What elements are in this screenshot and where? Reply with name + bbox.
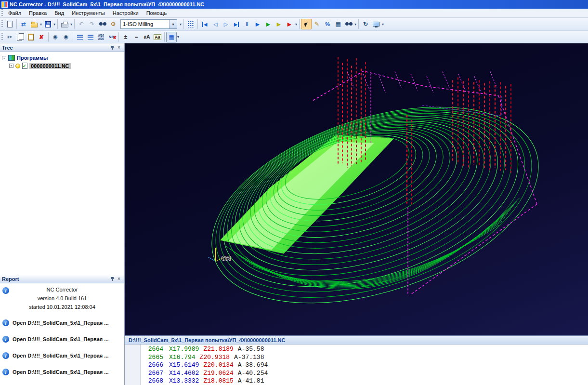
code-line[interactable]: 2668 X13.3332 Z18.0815 A-41.81 xyxy=(141,377,588,385)
report-body: i NC Corrector version 4.0 Build 161 sta… xyxy=(0,283,124,385)
report-entry[interactable]: i Open D:\!!!_SolidCam_5x\1_Первая ... xyxy=(2,352,108,359)
remove-numbers-button[interactable]: N10 ✘ xyxy=(106,32,117,42)
save-file-button[interactable] xyxy=(42,19,53,29)
combo-options-icon[interactable]: ▾ xyxy=(180,22,182,27)
info-icon: i xyxy=(2,319,9,326)
menu-item-edit[interactable]: Правка xyxy=(25,9,51,17)
code-editor[interactable]: 2664 X17.9989 Z21.8189 A-35.58 2665 X16.… xyxy=(125,345,588,385)
redo-button[interactable]: ↷ xyxy=(87,19,97,29)
menu-item-settings[interactable]: Настройки xyxy=(109,9,143,17)
rotate-view-button[interactable]: ↻ xyxy=(360,19,371,29)
info-icon: i xyxy=(2,352,9,359)
edit-options-icon[interactable]: ▾ xyxy=(177,35,179,39)
show-selected-button[interactable]: ◉ xyxy=(61,32,71,42)
settings-wizard-button[interactable]: ⚙ xyxy=(108,19,118,29)
overline-button[interactable]: − xyxy=(131,32,142,42)
code-line[interactable]: 2666 X15.6149 Z20.0134 A-38.694 xyxy=(141,361,588,370)
go-last-button[interactable]: ▶ xyxy=(231,19,242,29)
tools-options-icon[interactable]: ▾ xyxy=(354,22,356,27)
code-line[interactable]: 2667 X14.4602 Z19.0624 A-40.254 xyxy=(141,370,588,378)
binoculars-doc-icon xyxy=(345,22,353,26)
save-dropdown-icon[interactable]: ▾ xyxy=(53,22,55,27)
grid-view-button[interactable]: ▦ xyxy=(166,32,177,42)
viewport-3d[interactable]: G54 xyxy=(125,43,588,335)
delete-button[interactable]: ✘ xyxy=(36,32,47,42)
pin-icon[interactable] xyxy=(109,276,116,282)
nc-file-icon xyxy=(22,63,27,69)
open-dropdown-icon[interactable]: ▾ xyxy=(40,22,42,27)
print-dropdown-icon[interactable]: ▾ xyxy=(70,22,72,27)
code-token-a: A-40.254 xyxy=(238,370,268,378)
code-panel-header[interactable]: D:\!!!_SolidCam_5x\1_Первая попытка\УП_4… xyxy=(125,335,588,345)
uppercase-button[interactable]: Aa xyxy=(152,32,163,42)
screen-button[interactable] xyxy=(371,19,381,29)
copy-button[interactable] xyxy=(15,32,26,42)
percent-button[interactable]: % xyxy=(322,19,333,29)
cut-button[interactable]: ✂ xyxy=(4,32,15,42)
find-button[interactable] xyxy=(97,19,108,29)
renumber-button[interactable]: N10 N20 xyxy=(96,32,106,42)
collapse-icon[interactable]: - xyxy=(2,56,6,60)
tree-file-label[interactable]: 0000000011.NC xyxy=(29,63,71,69)
select-mode-button[interactable]: ◤ xyxy=(301,19,312,29)
play-button[interactable]: ▷ xyxy=(221,19,231,29)
report-entry[interactable]: i Open D:\!!!_SolidCam_5x\1_Первая ... xyxy=(2,336,108,343)
close-icon[interactable]: × xyxy=(116,276,122,282)
code-token-a: A-35.58 xyxy=(238,345,264,354)
pause-button[interactable]: ‖ xyxy=(242,19,252,29)
report-entry[interactable]: i Open D:\!!!_SolidCam_5x\1_Первая ... xyxy=(2,369,108,375)
close-icon[interactable]: × xyxy=(116,44,122,51)
go-first-button[interactable]: ◀ xyxy=(199,19,210,29)
tree-panel-header: Tree × xyxy=(0,43,124,52)
calculator-button[interactable]: ▦ xyxy=(333,19,343,29)
scissors-icon: ✂ xyxy=(7,34,12,40)
undo-button[interactable]: ↶ xyxy=(76,19,87,29)
tree-root-row[interactable]: - Программы xyxy=(1,54,123,62)
shift-right-button[interactable] xyxy=(85,32,96,42)
toolbar-separator xyxy=(183,19,184,29)
toolbar-grip-handle[interactable] xyxy=(1,20,3,28)
code-file-path: D:\!!!_SolidCam_5x\1_Первая попытка\УП_4… xyxy=(129,337,285,343)
edit-mode-button[interactable]: ✎ xyxy=(312,19,322,29)
view-options-icon[interactable]: ▾ xyxy=(382,22,384,27)
toolbar-separator xyxy=(57,19,58,29)
menubar-grip-handle[interactable] xyxy=(1,9,3,17)
postprocessor-combo[interactable]: 1-ISO Milling ▼ xyxy=(120,19,177,29)
toolpath-canvas[interactable]: G54 xyxy=(125,43,588,335)
run-yellow-button[interactable]: ▶ xyxy=(274,19,284,29)
menu-item-help[interactable]: Помощь xyxy=(143,9,171,17)
show-all-button[interactable]: ◉ xyxy=(50,32,61,42)
run-to-cursor-button[interactable]: ▶ xyxy=(252,19,263,29)
run-green-button[interactable]: ▶ xyxy=(263,19,274,29)
print-button[interactable] xyxy=(59,19,70,29)
menu-item-tools[interactable]: Инструменты xyxy=(68,9,109,17)
new-file-button[interactable] xyxy=(4,19,15,29)
code-token-x: X15.6149 xyxy=(169,361,199,370)
combo-arrow-icon[interactable]: ▼ xyxy=(169,20,177,28)
find-in-files-button[interactable] xyxy=(343,19,354,29)
code-line[interactable]: 2665 X16.794 Z20.9318 A-37.138 xyxy=(141,354,588,362)
trajectory-button[interactable] xyxy=(185,19,196,29)
line-number: 2664 xyxy=(141,345,163,354)
file-compare-button[interactable]: ⇄ xyxy=(18,19,29,29)
toolbar-grip-handle[interactable] xyxy=(1,33,3,41)
run-red-button[interactable]: ▶ xyxy=(284,19,295,29)
tree-file-row[interactable]: + 0000000011.NC xyxy=(8,62,123,70)
menu-item-file[interactable]: Файл xyxy=(4,9,25,17)
eye-icon: ◉ xyxy=(53,34,58,40)
info-icon: i xyxy=(2,369,9,375)
code-line[interactable]: 2664 X17.9989 Z21.8189 A-35.58 xyxy=(141,345,588,354)
pin-icon[interactable] xyxy=(109,44,116,51)
toolbar-separator xyxy=(358,19,359,29)
report-entry[interactable]: i Open D:\!!!_SolidCam_5x\1_Первая ... xyxy=(2,319,108,326)
run-options-icon[interactable]: ▾ xyxy=(295,22,297,27)
step-back-button[interactable]: ◁ xyxy=(210,19,221,29)
plus-minus-button[interactable]: ± xyxy=(120,32,131,42)
expand-icon[interactable]: + xyxy=(9,64,13,68)
lowercase-button[interactable]: aA xyxy=(142,32,152,42)
menu-item-view[interactable]: Вид xyxy=(51,9,68,17)
shift-left-button[interactable] xyxy=(75,32,85,42)
tree-root-label[interactable]: Программы xyxy=(17,55,48,61)
open-file-button[interactable] xyxy=(29,19,39,29)
paste-button[interactable] xyxy=(26,32,36,42)
